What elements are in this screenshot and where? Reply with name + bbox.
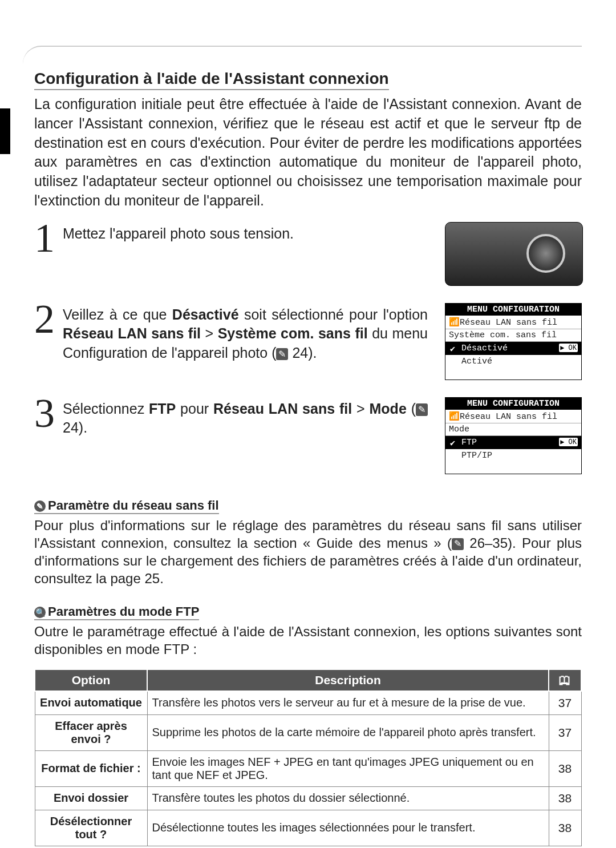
page-ref: 26–35 [469,535,508,551]
text: soit sélectionné pour l'option [239,306,428,322]
bold: Mode [370,401,407,417]
step-3: 3 Sélectionnez FTP pour Réseau LAN sans … [34,397,582,474]
options-table: Option Description 🕮 Envoi automatiqueTr… [34,669,582,846]
text: Sélectionnez [63,401,149,417]
text: pour [176,401,213,417]
table-header-description: Description [147,669,549,691]
option-name: Désélectionner tout ? [35,810,147,846]
lcd-breadcrumb: 📶Réseau LAN sans fil [445,410,581,423]
text: Veillez à ce que [63,306,172,322]
table-row: Envoi automatiqueTransfère les photos ve… [35,691,581,715]
option-name: Envoi dossier [35,786,147,810]
option-description: Transfère toutes les photos du dossier s… [147,786,549,810]
bold: FTP [149,401,176,417]
page-ref: 24 [292,345,308,361]
option-name: Envoi automatique [35,691,147,715]
lcd-screenshot: MENU CONFIGURATION 📶Réseau LAN sans fil … [445,303,582,380]
option-name: Effacer après envoi ? [35,714,147,750]
step-text: Veillez à ce que Désactivé soit sélectio… [63,303,428,363]
option-page: 37 [549,714,581,750]
table-row: Envoi dossierTransfère toutes les photos… [35,786,581,810]
page-icon: 🕮 [559,673,571,687]
step-number: 2 [34,303,57,336]
note-title-text: Paramètre du réseau sans fil [48,498,219,512]
option-description: Transfère les photos vers le serveur au … [147,691,549,715]
lcd-option-selected: ✔FTP▶ OK [445,436,581,449]
camera-illustration [445,222,583,286]
bold: Désactivé [172,306,239,322]
lcd-breadcrumb: Système com. sans fil [445,329,581,342]
table-header-page-icon: 🕮 [549,669,581,691]
step-number: 1 [34,222,57,255]
lcd-option-selected: ✔Désactivé▶ OK [445,342,581,355]
table-row: Format de fichier :Envoie les images NEF… [35,750,581,786]
lcd-header: MENU CONFIGURATION [445,304,581,316]
text: ). [308,345,317,361]
step-text: Mettez l'appareil photo sous tension. [63,222,428,244]
note-body: Outre le paramétrage effectué à l'aide d… [34,623,582,658]
step-text: Sélectionnez FTP pour Réseau LAN sans fi… [63,397,428,438]
text: ). [79,419,87,435]
step-number: 3 [34,397,57,430]
step-figure: MENU CONFIGURATION 📶Réseau LAN sans fil … [445,397,582,474]
pencil-icon: ✎ [34,500,46,512]
option-page: 38 [549,810,581,846]
text: > [352,401,369,417]
page-ref-icon: ✎ [452,538,464,550]
text: ( [407,401,416,417]
bold: Réseau LAN sans fil [63,325,201,341]
option-page: 38 [549,750,581,786]
step-2: 2 Veillez à ce que Désactivé soit sélect… [34,303,582,380]
step-figure: MENU CONFIGURATION 📶Réseau LAN sans fil … [445,303,582,380]
option-description: Supprime les photos de la carte mémoire … [147,714,549,750]
lcd-breadcrumb: Mode [445,423,581,436]
option-description: Envoie les images NEF + JPEG en tant qu'… [147,750,549,786]
manual-page: Configuration à l'aide de l'Assistant co… [0,0,616,848]
option-name: Format de fichier : [35,750,147,786]
note-title: 🔍Paramètres du mode FTP [34,604,199,620]
lcd-screenshot: MENU CONFIGURATION 📶Réseau LAN sans fil … [445,397,582,474]
lcd-breadcrumb: 📶Réseau LAN sans fil [445,316,581,329]
intro-paragraph: La configuration initiale peut être effe… [34,95,582,211]
note-body: Pour plus d'informations sur le réglage … [34,516,582,588]
magnifier-icon: 🔍 [34,607,46,618]
table-row: Effacer après envoi ?Supprime les photos… [35,714,581,750]
header-curve [23,46,582,64]
note-title: ✎Paramètre du réseau sans fil [34,498,219,514]
step-1: 1 Mettez l'appareil photo sous tension. [34,222,582,286]
option-description: Désélectionne toutes les images sélectio… [147,810,549,846]
bold: Système com. sans fil [218,325,368,341]
section-title: Configuration à l'aide de l'Assistant co… [34,70,389,90]
page-ref: 24 [63,419,79,435]
note-title-text: Paramètres du mode FTP [48,604,199,619]
text: > [201,325,218,341]
side-tab [0,108,10,154]
table-header-option: Option [35,669,147,691]
page-ref-icon: ✎ [276,348,288,361]
lcd-option: Activé [445,355,581,368]
lcd-option: PTP/IP [445,449,581,462]
table-row: Désélectionner tout ?Désélectionne toute… [35,810,581,846]
option-page: 37 [549,691,581,715]
bold: Réseau LAN sans fil [213,401,352,417]
lcd-header: MENU CONFIGURATION [445,398,581,410]
option-page: 38 [549,786,581,810]
step-figure [445,222,582,286]
page-ref-icon: ✎ [416,403,428,416]
